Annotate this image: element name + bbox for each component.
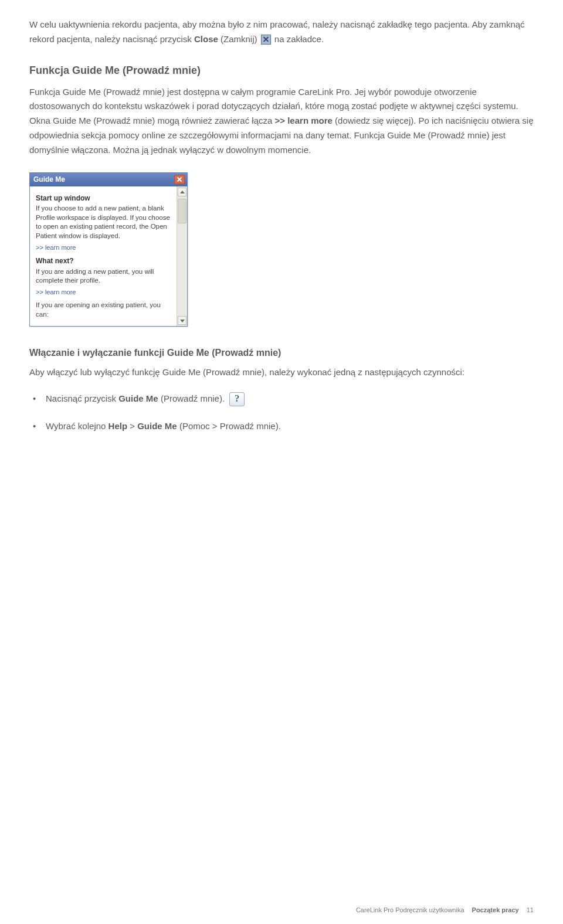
paragraph-guide-me: Funkcja Guide Me (Prowadź mnie) jest dos… xyxy=(29,85,534,158)
help-icon: ? xyxy=(229,392,245,406)
guide-me-title-text: Guide Me xyxy=(33,175,65,184)
text: na zakładce. xyxy=(272,34,324,44)
footer-page-number: 11 xyxy=(527,906,534,913)
page-footer: CareLink Pro Podręcznik użytkownika Pocz… xyxy=(356,906,534,913)
close-icon xyxy=(261,35,271,45)
close-label: Close xyxy=(194,34,218,44)
footer-doc-title: CareLink Pro Podręcznik użytkownika xyxy=(356,906,464,913)
scrollbar[interactable] xyxy=(177,186,187,326)
section-title: What next? xyxy=(36,256,171,266)
learn-more-link[interactable]: >> learn more xyxy=(36,243,171,252)
heading-toggle-guide-me: Włączanie i wyłączanie funkcji Guide Me … xyxy=(29,348,534,358)
scroll-down-icon[interactable] xyxy=(178,316,186,325)
text: Wybrać kolejno xyxy=(46,421,108,431)
section-text: If you are adding a new patient, you wil… xyxy=(36,267,171,286)
guide-me-panel: Guide Me Start up window If you choose t… xyxy=(29,172,188,327)
guide-me-content: Start up window If you choose to add a n… xyxy=(30,186,177,326)
scroll-thumb[interactable] xyxy=(178,199,186,223)
text: (Zamknij) xyxy=(218,34,260,44)
list-item: Wybrać kolejno Help > Guide Me (Pomoc > … xyxy=(29,419,534,433)
heading-guide-me: Funkcja Guide Me (Prowadź mnie) xyxy=(29,64,534,77)
text: (Prowadź mnie). xyxy=(158,393,228,403)
section-text: If you choose to add a new patient, a bl… xyxy=(36,204,171,240)
bullet-list: Nacisnąć przycisk Guide Me (Prowadź mnie… xyxy=(29,392,534,433)
text: Nacisnąć przycisk xyxy=(46,393,118,403)
scroll-up-icon[interactable] xyxy=(178,188,186,196)
paragraph-intro: W celu uaktywnienia rekordu pacjenta, ab… xyxy=(29,18,534,47)
learn-more-bold: >> learn more xyxy=(275,116,333,125)
text: (Pomoc > Prowadź mnie). xyxy=(177,421,281,431)
text: > xyxy=(127,421,137,431)
footer-section: Początek pracy xyxy=(472,906,519,913)
list-item: Nacisnąć przycisk Guide Me (Prowadź mnie… xyxy=(29,392,534,406)
learn-more-link[interactable]: >> learn more xyxy=(36,288,171,297)
close-icon[interactable] xyxy=(174,175,185,184)
bold-text: Help xyxy=(108,421,128,431)
guide-me-titlebar[interactable]: Guide Me xyxy=(30,173,187,186)
section-text: If you are opening an existing patient, … xyxy=(36,301,171,319)
bold-text: Guide Me xyxy=(118,393,158,403)
paragraph-toggle-intro: Aby włączyć lub wyłączyć funkcję Guide M… xyxy=(29,365,534,380)
bold-text: Guide Me xyxy=(137,421,177,431)
section-title: Start up window xyxy=(36,193,171,203)
